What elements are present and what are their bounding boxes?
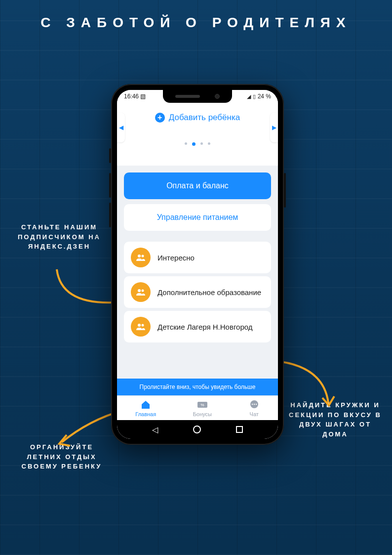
meal-management-button[interactable]: Управление питанием [124,204,271,231]
menu-item-interesting[interactable]: Интересно [124,242,271,273]
nav-home[interactable]: Главная [135,400,156,417]
status-time: 16:46 ▧ [124,93,146,100]
app-content: + Добавить ребёнка ◀ ▶ Оплата и баланс У… [117,103,278,439]
menu-label: Детские Лагеря Н.Новгород [157,323,253,331]
nav-label: Главная [135,411,156,417]
home-icon [140,400,151,410]
android-back-button[interactable]: ◁ [152,425,158,434]
carousel-dots: ◀ ▶ [117,123,278,151]
camera-icon [215,94,220,99]
svg-point-11 [255,404,256,405]
callout-dzen: СТАНЬТЕ НАШИМ ПОДПИСЧИКОМ НА ЯНДЕКС.ДЗЕН [15,222,104,252]
svg-point-5 [142,324,144,327]
svg-point-4 [138,324,141,327]
phone-frame: 16:46 ▧ ◢ ▯ 24 % + Добавить ребёнка ◀ ▶ [111,84,284,445]
android-home-button[interactable] [193,426,201,433]
menu-item-camps[interactable]: Детские Лагеря Н.Новгород [124,311,271,342]
svg-text:%: % [200,403,204,407]
nav-chat[interactable]: Чат [249,400,260,417]
android-nav-bar: ◁ [117,420,278,439]
nav-label: Бонусы [193,411,212,417]
people-icon [131,317,151,337]
menu-label: Дополнительное образование [157,288,261,297]
plus-icon: + [155,113,165,123]
speaker-icon [175,95,200,98]
svg-point-3 [142,290,144,292]
signal-icon: ◢ [247,93,251,100]
svg-point-0 [138,255,141,257]
add-child-button[interactable]: + Добавить ребёнка [155,113,240,123]
phone-notch [163,90,232,103]
people-icon [131,248,151,267]
add-child-label: Добавить ребёнка [169,113,240,123]
dot-active[interactable] [192,142,196,146]
scroll-hint: Пролистайте вниз, чтобы увидеть больше [117,379,278,395]
phone-side-button [109,203,111,227]
status-battery: 24 % [258,93,271,100]
carousel-next[interactable]: ▶ [270,113,278,142]
add-child-section: + Добавить ребёнка ◀ ▶ [117,103,278,166]
svg-point-10 [253,404,254,405]
dot[interactable] [185,142,187,145]
people-icon [131,282,151,302]
svg-point-2 [138,289,141,292]
phone-side-button [109,148,111,163]
payment-balance-button[interactable]: Оплата и баланс [124,172,271,199]
svg-point-1 [142,255,144,257]
bottom-nav: Главная % Бонусы Чат [117,395,278,420]
page-title: С ЗАБОТОЙ О РОДИТЕЛЯХ [0,0,392,31]
carousel-prev[interactable]: ◀ [117,113,125,142]
android-recent-button[interactable] [236,426,243,433]
menu-item-education[interactable]: Дополнительное образование [124,276,271,308]
dot[interactable] [208,142,210,145]
menu-label: Интересно [157,254,195,262]
phone-side-button [284,173,286,208]
battery-icon: ▯ [253,93,256,100]
svg-point-9 [251,404,252,405]
dot[interactable] [200,142,203,145]
phone-screen: 16:46 ▧ ◢ ▯ 24 % + Добавить ребёнка ◀ ▶ [117,90,278,439]
phone-side-button [109,173,111,198]
nav-bonus[interactable]: % Бонусы [193,400,212,417]
ticket-icon: % [197,400,208,410]
chat-icon [249,400,260,410]
nav-label: Чат [250,411,259,417]
